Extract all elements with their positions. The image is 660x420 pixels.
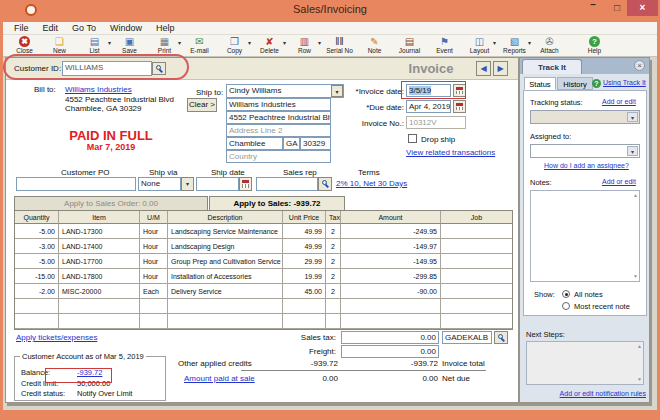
customer-po-input[interactable]	[16, 177, 136, 191]
cell-um[interactable]: Hour	[140, 254, 168, 269]
toolbar-button[interactable]: ✘ ▾ Delete	[252, 35, 287, 55]
using-track-it-link[interactable]: Using Track It	[603, 79, 646, 86]
cell-um[interactable]: Hour	[140, 269, 168, 284]
cell-tax[interactable]: 2	[326, 239, 341, 254]
cell-description[interactable]: Delivery Service	[168, 284, 283, 299]
dropdown-arrow-icon[interactable]: ▾	[108, 39, 111, 46]
next-record-button[interactable]: ▶	[493, 61, 508, 76]
cell-description[interactable]: Landscaping Service Maintenance	[168, 224, 283, 239]
cell-tax[interactable]: 2	[326, 269, 341, 284]
scroll-up-icon[interactable]: ▲	[637, 344, 642, 349]
cell-um[interactable]: Hour	[140, 224, 168, 239]
cell-quantity[interactable]: -5.00	[15, 224, 59, 239]
tab-apply-to-sales-order[interactable]: Apply to Sales Order: 0.00	[14, 196, 208, 210]
cell-quantity[interactable]: -5.00	[15, 254, 59, 269]
sales-rep-lookup-button[interactable]	[318, 177, 332, 191]
cell-item[interactable]: LAND-17700	[59, 254, 140, 269]
toolbar-button[interactable]: ▤ Journal	[392, 35, 427, 55]
cell-item[interactable]: LAND-17800	[59, 269, 140, 284]
cell-description[interactable]: Group Prep and Cultivation Service	[168, 254, 283, 269]
track-it-close-icon[interactable]: ×	[634, 60, 645, 71]
toolbar-button[interactable]: ▥ ▾ Row	[287, 35, 322, 55]
assigned-to-dropdown[interactable]: ▾	[530, 144, 640, 158]
cell-um[interactable]: Each	[140, 284, 168, 299]
invoice-date-input[interactable]: 3/5/19	[406, 84, 451, 97]
toolbar-button[interactable]: ▣ Save	[112, 35, 147, 55]
due-date-input[interactable]: Apr 4, 2019	[406, 100, 451, 113]
cell-quantity[interactable]: -2.00	[15, 284, 59, 299]
amount-paid-at-sale-link[interactable]: Amount paid at sale	[184, 374, 255, 383]
dropdown-arrow-icon[interactable]: ▾	[178, 39, 181, 46]
notes-textarea[interactable]: ▲ ▼	[530, 190, 640, 282]
maximize-button[interactable]: □	[609, 0, 625, 16]
balance-value-link[interactable]: -939.72	[77, 368, 102, 377]
menu-item[interactable]: Window	[103, 23, 149, 33]
tab-history[interactable]: History	[557, 77, 593, 90]
table-row[interactable]: -3.00 LAND-17400 Hour Landscaping Design…	[15, 239, 512, 254]
clear-button[interactable]: Clear >	[187, 98, 217, 112]
notes-add-link[interactable]: Add or edit	[602, 178, 636, 185]
ship-to-zip-field[interactable]: 30329	[300, 137, 331, 150]
ship-via-dropdown[interactable]: None	[138, 177, 181, 191]
menu-item[interactable]: Go To	[65, 23, 103, 33]
due-date-calendar-icon[interactable]	[453, 100, 466, 113]
cell-job[interactable]	[441, 254, 512, 269]
ship-to-address1-field[interactable]: 4552 Peachtree Industrial Blvd	[226, 111, 331, 124]
cell-description[interactable]: Installation of Accessories	[168, 269, 283, 284]
invoice-date-calendar-icon[interactable]	[453, 84, 466, 97]
scroll-down-icon[interactable]: ▼	[637, 377, 642, 382]
table-row[interactable]: -15.00 LAND-17800 Hour Installation of A…	[15, 269, 512, 284]
ship-to-country-field[interactable]: Country	[226, 150, 331, 163]
toolbar-button[interactable]: ▧ ▾ Reports	[497, 35, 532, 55]
cell-amount[interactable]: -149.95	[341, 254, 441, 269]
cell-item[interactable]: LAND-17400	[59, 239, 140, 254]
toolbar-button[interactable]: ✇ Attach	[532, 35, 567, 55]
tab-status[interactable]: Status	[524, 77, 556, 90]
cell-item[interactable]: MISC-20000	[59, 284, 140, 299]
toolbar-button[interactable]: ▤ ▾ List	[77, 35, 112, 55]
cell-um[interactable]: Hour	[140, 239, 168, 254]
cell-job[interactable]	[441, 269, 512, 284]
ship-to-address2-field[interactable]: Address Line 2	[226, 124, 331, 137]
table-row[interactable]: -2.00 MISC-20000 Each Delivery Service 4…	[15, 284, 512, 299]
menu-item[interactable]: File	[7, 23, 36, 33]
all-notes-radio[interactable]	[562, 290, 570, 298]
toolbar-button[interactable]: ❏ New	[42, 35, 77, 55]
assignee-help-link[interactable]: How do I add an assignee?	[544, 162, 629, 169]
cell-quantity[interactable]: -3.00	[15, 239, 59, 254]
toolbar-button[interactable]: ✎ Note	[357, 35, 392, 55]
toolbar-button[interactable]: ✖ Close	[7, 35, 42, 55]
dropdown-arrow-icon[interactable]: ▾	[318, 39, 321, 46]
cell-amount[interactable]: -90.00	[341, 284, 441, 299]
toolbar-button[interactable]: ‖‖ Serial No	[322, 35, 357, 55]
ship-to-state-field[interactable]: GA	[283, 137, 300, 150]
ship-to-city-field[interactable]: Chamblee	[226, 137, 283, 150]
tracking-status-add-link[interactable]: Add or edit	[602, 98, 636, 105]
cell-unit-price[interactable]: 29.99	[283, 254, 326, 269]
cell-description[interactable]: Landscaping Design	[168, 239, 283, 254]
cell-unit-price[interactable]: 45.00	[283, 284, 326, 299]
drop-ship-checkbox[interactable]	[408, 134, 417, 143]
cell-tax[interactable]: 2	[326, 224, 341, 239]
cell-job[interactable]	[441, 239, 512, 254]
cell-item[interactable]: LAND-17300	[59, 224, 140, 239]
sales-tax-code-field[interactable]: GADEKALB	[442, 331, 492, 344]
cell-amount[interactable]: -249.95	[341, 224, 441, 239]
prev-record-button[interactable]: ◀	[476, 61, 491, 76]
toolbar-button[interactable]: ⚑ Event	[427, 35, 462, 55]
ship-via-dropdown-arrow-icon[interactable]: ▾	[181, 177, 194, 191]
empty-table-row[interactable]	[15, 299, 512, 314]
cell-job[interactable]	[441, 284, 512, 299]
scroll-up-icon[interactable]: ▲	[633, 193, 638, 198]
menu-item[interactable]: Edit	[36, 23, 66, 33]
cell-job[interactable]	[441, 224, 512, 239]
cell-amount[interactable]: -149.97	[341, 239, 441, 254]
sales-tax-lookup-button[interactable]	[494, 331, 508, 344]
notification-rules-link[interactable]: Add or edit notification rules	[534, 390, 646, 397]
toolbar-button[interactable]: ✉ E-mail	[182, 35, 217, 55]
toolbar-button[interactable]: ❐ ▾ Copy	[217, 35, 252, 55]
customer-id-input[interactable]: WILLIAMS	[62, 61, 152, 76]
dropdown-arrow-icon[interactable]: ▾	[493, 39, 496, 46]
cell-tax[interactable]: 2	[326, 284, 341, 299]
dropdown-arrow-icon[interactable]: ▾	[627, 112, 638, 122]
